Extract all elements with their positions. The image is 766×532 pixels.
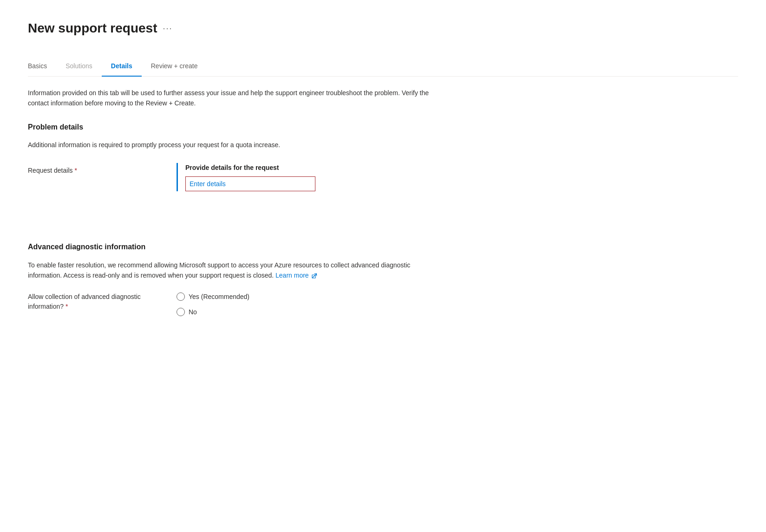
learn-more-link[interactable]: Learn more [275,272,317,279]
field-panel-title: Provide details for the request [185,163,455,173]
problem-details-section: Problem details Additional information i… [28,122,738,191]
radio-option-yes[interactable]: Yes (Recommended) [177,292,249,302]
allow-collection-row: Allow collection of advanced diagnostic … [28,292,738,317]
required-star: * [75,166,77,175]
tab-details[interactable]: Details [102,57,142,77]
problem-details-description: Additional information is required to pr… [28,140,446,150]
page-title: New support request [28,19,157,38]
page-header: New support request ··· [28,19,738,38]
required-star-2: * [65,303,68,310]
request-details-input[interactable] [185,176,315,191]
radio-yes-label: Yes (Recommended) [189,292,249,302]
radio-option-no[interactable]: No [177,307,249,317]
tab-description: Information provided on this tab will be… [28,88,446,109]
problem-details-title: Problem details [28,122,738,133]
tab-review-create[interactable]: Review + create [142,57,207,77]
advanced-diagnostic-section: Advanced diagnostic information To enabl… [28,241,738,317]
radio-no-label: No [189,307,197,317]
section-divider-2 [28,212,738,223]
section-divider [28,201,738,212]
tabs-bar: Basics Solutions Details Review + create [28,57,738,77]
advanced-diagnostic-title: Advanced diagnostic information [28,241,738,253]
field-panel: Provide details for the request [177,163,455,191]
request-details-row: Request details * Provide details for th… [28,163,738,191]
page-container: New support request ··· Basics Solutions… [0,0,766,532]
radio-yes-input[interactable] [177,292,185,301]
advanced-diagnostic-description: To enable faster resolution, we recommen… [28,260,446,281]
radio-no-input[interactable] [177,308,185,316]
radio-group: Yes (Recommended) No [177,292,249,317]
more-options-button[interactable]: ··· [163,22,172,35]
allow-collection-label: Allow collection of advanced diagnostic … [28,292,177,311]
external-link-icon [312,273,317,279]
tab-basics[interactable]: Basics [28,57,56,77]
request-details-label: Request details * [28,163,177,175]
tab-solutions[interactable]: Solutions [56,57,102,77]
request-details-field: Provide details for the request [177,163,455,191]
